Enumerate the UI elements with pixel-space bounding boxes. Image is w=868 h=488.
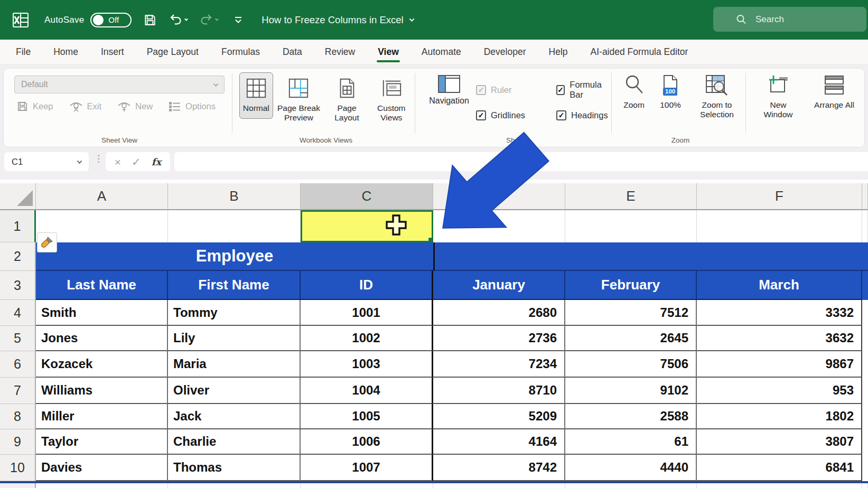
cell[interactable]: 6841 [697,455,862,481]
tab-review[interactable]: Review [325,46,355,58]
header-first-name[interactable]: First Name [168,271,301,300]
cell[interactable]: Williams [36,378,168,404]
tab-file[interactable]: File [16,46,31,58]
checkbox-headings[interactable]: ✓ Headings [556,102,609,128]
row-header-9[interactable]: 9 [0,429,36,455]
cell[interactable]: 61 [565,429,697,455]
new-sheet-view-button[interactable]: New [117,101,153,112]
column-header-b[interactable]: B [168,183,301,210]
tab-view[interactable]: View [378,46,399,58]
cell[interactable]: 1003 [301,351,433,378]
cell[interactable]: Miller [36,404,168,429]
cell[interactable]: 7512 [565,300,697,326]
cell[interactable]: 3632 [697,326,862,351]
select-all-corner[interactable] [0,183,36,210]
row-header-1[interactable]: 1 [0,210,36,242]
cell[interactable]: 4440 [565,455,697,481]
options-button[interactable]: Options [169,101,216,112]
tab-home[interactable]: Home [53,46,78,58]
navigation-button[interactable]: Navigation [424,74,474,106]
column-header-c-selected[interactable]: C [301,183,433,210]
search-box[interactable]: Search [713,7,866,32]
row-header-4[interactable]: 4 [0,300,36,326]
normal-view-button[interactable]: Normal [239,72,273,119]
cell-c1-selected[interactable] [301,210,433,242]
row-header-8[interactable]: 8 [0,404,36,429]
page-break-preview-button[interactable]: Page Break Preview [273,72,325,122]
employee-banner-cell[interactable]: Employee [36,242,433,271]
document-title[interactable]: How to Freeze Columns in Excel [262,14,413,26]
cell[interactable]: Kozacek [36,351,168,378]
cell[interactable]: Jones [36,326,168,351]
fill-handle[interactable] [428,237,433,242]
header-march[interactable]: March [697,271,862,300]
tab-data[interactable]: Data [283,46,302,58]
tab-help[interactable]: Help [549,46,568,58]
tab-page-layout[interactable]: Page Layout [147,46,199,58]
keep-button[interactable]: Keep [16,100,53,112]
cell[interactable]: 2645 [565,326,697,351]
cell[interactable]: Oliver [168,378,301,404]
cell[interactable]: Maria [168,351,301,378]
cell[interactable]: 8710 [433,378,565,404]
cell[interactable]: Charlie [168,429,301,455]
cell[interactable]: Tommy [168,300,301,326]
formula-input[interactable] [174,152,868,171]
exit-button[interactable]: Exit [69,101,102,112]
arrange-all-button[interactable]: Arrange All [812,74,856,119]
cell[interactable]: 1005 [301,404,433,429]
tab-automate[interactable]: Automate [422,46,461,58]
cell[interactable]: 8742 [433,455,565,481]
custom-views-button[interactable]: Custom Views [369,72,414,122]
toolbar-options-button[interactable] [233,15,244,25]
cell[interactable]: Lily [168,326,301,351]
zoom-button[interactable]: Zoom [619,74,649,110]
zoom-100-button[interactable]: 100 100% [656,74,685,110]
autosave-toggle[interactable]: Off [90,13,132,27]
zoom-to-selection-button[interactable]: Zoom to Selection [692,74,742,119]
enter-icon[interactable]: ✓ [132,156,141,167]
undo-dropdown-chevron-icon[interactable] [184,17,188,21]
cell[interactable]: Jack [168,404,301,429]
tab-formulas[interactable]: Formulas [221,46,260,58]
cell[interactable]: Smith [36,300,168,326]
row-header-5[interactable]: 5 [0,326,36,351]
cancel-icon[interactable]: × [115,156,121,167]
tab-insert[interactable]: Insert [101,46,124,58]
undo-button[interactable] [169,13,188,27]
banner-cell-right[interactable] [433,242,868,271]
cell[interactable]: 2588 [565,404,697,429]
cell[interactable]: 2680 [433,300,565,326]
cell[interactable]: 1007 [301,455,433,481]
cell-b1[interactable] [168,210,301,242]
cell[interactable]: Thomas [168,455,301,481]
column-header-a[interactable]: A [36,183,168,210]
row-header-10[interactable]: 10 [0,455,36,481]
column-header-d[interactable]: D [433,183,565,210]
cell[interactable]: 7234 [433,351,565,378]
cell[interactable]: 1001 [301,300,433,326]
cell[interactable]: 5209 [433,404,565,429]
cell[interactable]: 4164 [433,429,565,455]
cell[interactable]: Taylor [36,429,168,455]
header-february[interactable]: February [565,271,697,300]
save-button[interactable] [143,13,157,27]
cell[interactable]: 2736 [433,326,565,351]
row-header-2[interactable]: 2 [0,242,36,271]
page-layout-button[interactable]: Page Layout [324,72,369,122]
row-header-3[interactable]: 3 [0,271,36,300]
insert-function-icon[interactable]: fx [152,156,161,167]
checkbox-gridlines[interactable]: ✓ Gridlines [476,102,555,128]
formula-bar-dots-handle[interactable]: ⋮ [94,156,103,162]
sheet-view-dropdown[interactable]: Default [14,76,225,93]
name-box[interactable]: C1 [4,152,89,171]
cell[interactable]: 1004 [301,378,433,404]
header-last-name[interactable]: Last Name [36,271,168,300]
cell-e1[interactable] [565,210,697,242]
cell[interactable]: 1006 [301,429,433,455]
header-id[interactable]: ID [301,271,433,300]
new-window-button[interactable]: New Window [756,74,800,119]
cell[interactable]: Davies [36,455,168,481]
cell[interactable]: 3807 [697,429,862,455]
tab-developer[interactable]: Developer [484,46,526,58]
